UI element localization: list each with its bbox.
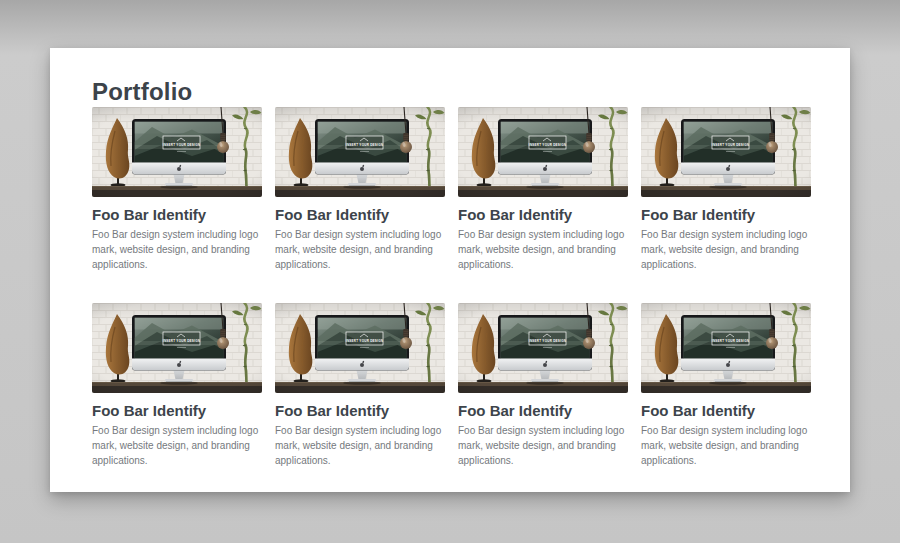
portfolio-card[interactable]: Foo Bar Identify Foo Bar design system i… bbox=[641, 303, 811, 468]
project-title: Foo Bar Identify bbox=[275, 206, 445, 224]
project-description: Foo Bar design system including logo mar… bbox=[458, 423, 628, 468]
project-thumbnail-image[interactable] bbox=[458, 303, 628, 393]
project-title: Foo Bar Identify bbox=[275, 402, 445, 420]
portfolio-card[interactable]: Foo Bar Identify Foo Bar design system i… bbox=[275, 107, 445, 272]
portfolio-card[interactable]: Foo Bar Identify Foo Bar design system i… bbox=[458, 303, 628, 468]
project-description: Foo Bar design system including logo mar… bbox=[458, 227, 628, 272]
portfolio-grid: Foo Bar Identify Foo Bar design system i… bbox=[92, 107, 811, 468]
project-description: Foo Bar design system including logo mar… bbox=[92, 227, 262, 272]
portfolio-card[interactable]: Foo Bar Identify Foo Bar design system i… bbox=[92, 107, 262, 272]
project-thumbnail-image[interactable] bbox=[92, 107, 262, 197]
project-title: Foo Bar Identify bbox=[92, 206, 262, 224]
page-title: Portfolio bbox=[92, 77, 811, 107]
project-title: Foo Bar Identify bbox=[458, 402, 628, 420]
project-description: Foo Bar design system including logo mar… bbox=[275, 227, 445, 272]
project-thumbnail-image[interactable] bbox=[275, 107, 445, 197]
project-description: Foo Bar design system including logo mar… bbox=[92, 423, 262, 468]
project-description: Foo Bar design system including logo mar… bbox=[275, 423, 445, 468]
portfolio-card[interactable]: Foo Bar Identify Foo Bar design system i… bbox=[458, 107, 628, 272]
portfolio-card[interactable]: Foo Bar Identify Foo Bar design system i… bbox=[641, 107, 811, 272]
portfolio-page: Portfolio Foo Bar Identify Foo Bar desig… bbox=[50, 48, 850, 492]
project-thumbnail-image[interactable] bbox=[458, 107, 628, 197]
project-description: Foo Bar design system including logo mar… bbox=[641, 227, 811, 272]
project-title: Foo Bar Identify bbox=[92, 402, 262, 420]
project-thumbnail-image[interactable] bbox=[92, 303, 262, 393]
project-thumbnail-image[interactable] bbox=[275, 303, 445, 393]
project-description: Foo Bar design system including logo mar… bbox=[641, 423, 811, 468]
portfolio-card[interactable]: Foo Bar Identify Foo Bar design system i… bbox=[92, 303, 262, 468]
project-title: Foo Bar Identify bbox=[641, 402, 811, 420]
project-title: Foo Bar Identify bbox=[458, 206, 628, 224]
project-thumbnail-image[interactable] bbox=[641, 303, 811, 393]
project-thumbnail-image[interactable] bbox=[641, 107, 811, 197]
portfolio-card[interactable]: Foo Bar Identify Foo Bar design system i… bbox=[275, 303, 445, 468]
project-title: Foo Bar Identify bbox=[641, 206, 811, 224]
